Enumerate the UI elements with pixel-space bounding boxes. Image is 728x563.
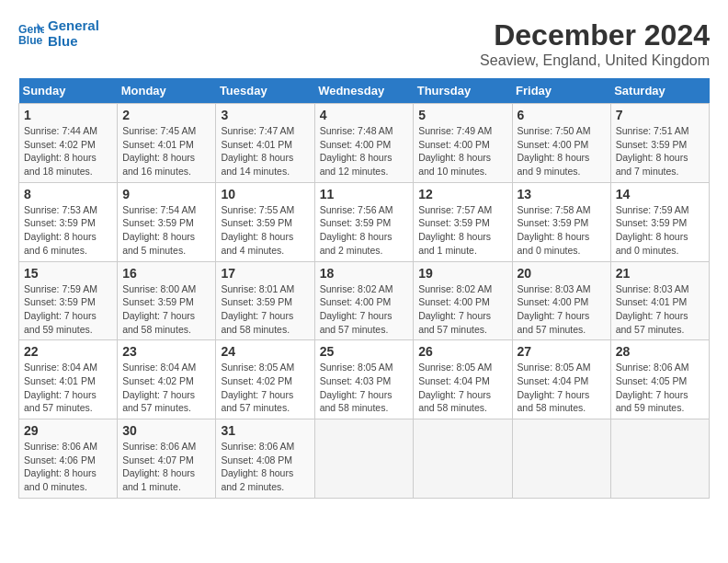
day-number: 11 [320, 187, 409, 201]
day-info: Sunrise: 8:05 AMSunset: 4:04 PMDaylight:… [518, 361, 606, 415]
header: General Blue General Blue December 2024 … [18, 18, 710, 69]
weekday-header-thursday: Thursday [414, 78, 512, 104]
weekday-header-friday: Friday [512, 78, 610, 104]
day-number: 7 [616, 108, 704, 122]
day-number: 9 [122, 187, 210, 201]
day-info: Sunrise: 7:48 AMSunset: 4:00 PMDaylight:… [320, 124, 409, 178]
calendar-cell: 20Sunrise: 8:03 AMSunset: 4:00 PMDayligh… [512, 261, 610, 340]
calendar-cell: 27Sunrise: 8:05 AMSunset: 4:04 PMDayligh… [512, 340, 610, 419]
logo-line1: General [48, 18, 99, 34]
title-area: December 2024 Seaview, England, United K… [480, 18, 710, 69]
calendar-cell: 3Sunrise: 7:47 AMSunset: 4:01 PMDaylight… [216, 104, 314, 183]
day-number: 29 [24, 423, 112, 438]
calendar-cell: 28Sunrise: 8:06 AMSunset: 4:05 PMDayligh… [610, 340, 709, 419]
day-info: Sunrise: 8:01 AMSunset: 3:59 PMDaylight:… [221, 282, 309, 337]
day-number: 31 [221, 423, 309, 438]
calendar-cell: 12Sunrise: 7:57 AMSunset: 3:59 PMDayligh… [414, 182, 512, 261]
day-number: 25 [320, 344, 409, 359]
day-info: Sunrise: 8:05 AMSunset: 4:03 PMDaylight:… [320, 361, 409, 415]
day-number: 16 [122, 266, 210, 281]
day-number: 15 [24, 266, 112, 281]
day-number: 21 [616, 266, 704, 281]
weekday-header-sunday: Sunday [19, 78, 118, 104]
weekday-header-wednesday: Wednesday [314, 78, 414, 104]
day-number: 27 [518, 344, 606, 359]
calendar-cell: 25Sunrise: 8:05 AMSunset: 4:03 PMDayligh… [314, 340, 414, 419]
day-info: Sunrise: 7:50 AMSunset: 4:00 PMDaylight:… [518, 124, 606, 178]
day-info: Sunrise: 7:45 AMSunset: 4:01 PMDaylight:… [122, 124, 210, 178]
calendar-cell: 6Sunrise: 7:50 AMSunset: 4:00 PMDaylight… [512, 104, 610, 183]
day-info: Sunrise: 8:05 AMSunset: 4:04 PMDaylight:… [418, 361, 506, 415]
day-number: 12 [418, 187, 506, 201]
calendar-cell: 15Sunrise: 7:59 AMSunset: 3:59 PMDayligh… [19, 261, 118, 340]
day-info: Sunrise: 8:00 AMSunset: 3:59 PMDaylight:… [122, 282, 210, 337]
calendar-cell: 22Sunrise: 8:04 AMSunset: 4:01 PMDayligh… [19, 340, 118, 419]
day-number: 18 [320, 266, 409, 281]
day-info: Sunrise: 7:51 AMSunset: 3:59 PMDaylight:… [616, 124, 704, 178]
calendar-cell: 9Sunrise: 7:54 AMSunset: 3:59 PMDaylight… [118, 182, 216, 261]
calendar-cell: 11Sunrise: 7:56 AMSunset: 3:59 PMDayligh… [314, 182, 414, 261]
day-info: Sunrise: 7:58 AMSunset: 3:59 PMDaylight:… [518, 203, 606, 258]
calendar-cell: 31Sunrise: 8:06 AMSunset: 4:08 PMDayligh… [216, 419, 314, 499]
weekday-header-monday: Monday [118, 78, 216, 104]
day-info: Sunrise: 8:03 AMSunset: 4:00 PMDaylight:… [518, 282, 606, 337]
day-info: Sunrise: 8:03 AMSunset: 4:01 PMDaylight:… [616, 282, 704, 337]
calendar-cell: 10Sunrise: 7:55 AMSunset: 3:59 PMDayligh… [216, 182, 314, 261]
day-info: Sunrise: 7:59 AMSunset: 3:59 PMDaylight:… [616, 203, 704, 258]
calendar-cell: 7Sunrise: 7:51 AMSunset: 3:59 PMDaylight… [610, 104, 709, 183]
day-number: 20 [518, 266, 606, 281]
weekday-header-tuesday: Tuesday [216, 78, 314, 104]
day-number: 30 [122, 423, 210, 438]
day-number: 1 [24, 108, 112, 122]
day-info: Sunrise: 8:02 AMSunset: 4:00 PMDaylight:… [418, 282, 506, 337]
calendar-cell: 8Sunrise: 7:53 AMSunset: 3:59 PMDaylight… [19, 182, 118, 261]
calendar-cell: 14Sunrise: 7:59 AMSunset: 3:59 PMDayligh… [610, 182, 709, 261]
day-number: 26 [418, 344, 506, 359]
calendar-cell: 23Sunrise: 8:04 AMSunset: 4:02 PMDayligh… [118, 340, 216, 419]
logo: General Blue General Blue [18, 18, 99, 49]
calendar-cell: 17Sunrise: 8:01 AMSunset: 3:59 PMDayligh… [216, 261, 314, 340]
calendar-cell [314, 419, 414, 499]
calendar-cell: 19Sunrise: 8:02 AMSunset: 4:00 PMDayligh… [414, 261, 512, 340]
day-number: 8 [24, 187, 112, 201]
day-info: Sunrise: 8:06 AMSunset: 4:05 PMDaylight:… [616, 361, 704, 415]
calendar-cell: 26Sunrise: 8:05 AMSunset: 4:04 PMDayligh… [414, 340, 512, 419]
day-number: 19 [418, 266, 506, 281]
calendar-cell: 24Sunrise: 8:05 AMSunset: 4:02 PMDayligh… [216, 340, 314, 419]
day-number: 3 [221, 108, 309, 122]
day-info: Sunrise: 7:55 AMSunset: 3:59 PMDaylight:… [221, 203, 309, 258]
day-info: Sunrise: 7:44 AMSunset: 4:02 PMDaylight:… [24, 124, 112, 178]
day-info: Sunrise: 8:06 AMSunset: 4:08 PMDaylight:… [221, 440, 309, 494]
day-number: 17 [221, 266, 309, 281]
day-info: Sunrise: 8:06 AMSunset: 4:07 PMDaylight:… [122, 440, 210, 494]
month-title: December 2024 [480, 18, 710, 52]
calendar-cell: 30Sunrise: 8:06 AMSunset: 4:07 PMDayligh… [118, 419, 216, 499]
calendar-cell: 1Sunrise: 7:44 AMSunset: 4:02 PMDaylight… [19, 104, 118, 183]
day-number: 2 [122, 108, 210, 122]
day-info: Sunrise: 8:05 AMSunset: 4:02 PMDaylight:… [221, 361, 309, 415]
location-title: Seaview, England, United Kingdom [480, 52, 710, 69]
day-number: 6 [518, 108, 606, 122]
day-info: Sunrise: 7:56 AMSunset: 3:59 PMDaylight:… [320, 203, 409, 258]
day-info: Sunrise: 7:57 AMSunset: 3:59 PMDaylight:… [418, 203, 506, 258]
calendar-cell: 5Sunrise: 7:49 AMSunset: 4:00 PMDaylight… [414, 104, 512, 183]
day-number: 5 [418, 108, 506, 122]
day-number: 13 [518, 187, 606, 201]
day-info: Sunrise: 7:54 AMSunset: 3:59 PMDaylight:… [122, 203, 210, 258]
calendar-table: SundayMondayTuesdayWednesdayThursdayFrid… [18, 78, 710, 499]
day-number: 23 [122, 344, 210, 359]
calendar-cell: 2Sunrise: 7:45 AMSunset: 4:01 PMDaylight… [118, 104, 216, 183]
day-info: Sunrise: 7:49 AMSunset: 4:00 PMDaylight:… [418, 124, 506, 178]
weekday-header-saturday: Saturday [610, 78, 709, 104]
day-info: Sunrise: 7:53 AMSunset: 3:59 PMDaylight:… [24, 203, 112, 258]
calendar-cell: 16Sunrise: 8:00 AMSunset: 3:59 PMDayligh… [118, 261, 216, 340]
logo-line2: Blue [48, 34, 99, 50]
day-info: Sunrise: 7:59 AMSunset: 3:59 PMDaylight:… [24, 282, 112, 337]
calendar-cell: 4Sunrise: 7:48 AMSunset: 4:00 PMDaylight… [314, 104, 414, 183]
day-number: 4 [320, 108, 409, 122]
day-number: 24 [221, 344, 309, 359]
calendar-cell [610, 419, 709, 499]
calendar-cell: 13Sunrise: 7:58 AMSunset: 3:59 PMDayligh… [512, 182, 610, 261]
logo-icon: General Blue [18, 21, 44, 47]
calendar-cell [512, 419, 610, 499]
